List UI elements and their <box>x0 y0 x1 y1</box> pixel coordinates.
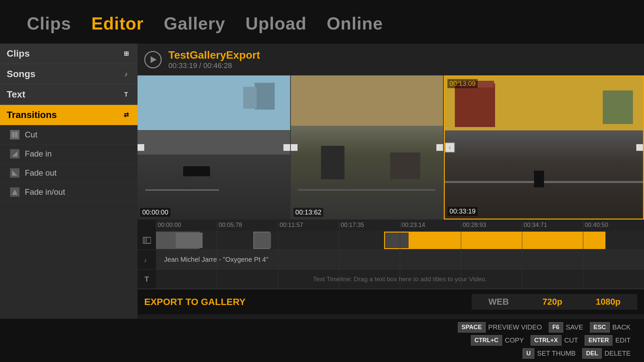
key-u[interactable]: U <box>523 348 534 359</box>
music-track-row: ♪ Jean Michel Jarre - "Oxygene Pt 4" <box>138 250 644 269</box>
label-back: BACK <box>612 323 631 331</box>
ruler-mark-4: 00:23:14 <box>400 222 461 229</box>
transition-cut[interactable]: Cut <box>0 125 138 144</box>
clip-handle-left-2[interactable] <box>291 144 298 151</box>
quality-720p-button[interactable]: 720p <box>526 294 579 310</box>
export-to-gallery-button[interactable]: EXPORT TO GALLERY <box>144 297 246 307</box>
key-f6[interactable]: F6 <box>549 322 563 333</box>
video-info: TestGalleryExport 00:33:19 / 00:46:28 <box>168 49 260 70</box>
clip-time-2: 00:13:62 <box>293 208 324 217</box>
fade-out-icon <box>10 168 19 178</box>
transition-fade-out[interactable]: Fade out <box>0 164 138 183</box>
ruler-mark-2: 00:11:57 <box>278 222 339 229</box>
ruler-mark-1: 00:05:78 <box>217 222 278 229</box>
ruler-mark-5: 00:28:93 <box>461 222 522 229</box>
shortcut-ctrl-x: CTRL+X CUT <box>531 335 578 346</box>
label-cut: CUT <box>564 337 578 344</box>
label-set-thumb: SET THUMB <box>537 350 576 357</box>
main-layout: Clips ⊞ Songs ♪ Text T Transitions ⇄ <box>0 44 644 352</box>
preview-clip-1[interactable]: 00:00:00 <box>138 75 291 220</box>
music-label: Jean Michel Jarre - "Oxygene Pt 4" <box>161 256 268 263</box>
text-icon: T <box>121 90 131 99</box>
track-clip-1[interactable] <box>156 232 200 249</box>
shortcut-space: SPACE PREVIEW VIDEO <box>458 322 542 333</box>
label-edit: EDIT <box>615 337 631 344</box>
transitions-icon: ⇄ <box>121 110 131 120</box>
key-esc[interactable]: ESC <box>590 322 610 333</box>
sidebar-item-text[interactable]: Text T <box>0 84 138 105</box>
nav-gallery[interactable]: Gallery <box>164 13 225 34</box>
clip-handle-right-3[interactable] <box>636 144 643 151</box>
shortcut-u: U SET THUMB <box>523 348 576 359</box>
top-nav: Clips Editor Gallery Upload Online <box>0 0 644 44</box>
key-del[interactable]: DEL <box>582 348 602 359</box>
track-clip-3[interactable] <box>384 232 605 249</box>
music-icon: ♪ <box>121 69 131 79</box>
svg-rect-1 <box>15 132 17 137</box>
key-enter[interactable]: ENTER <box>585 335 612 346</box>
shortcut-enter: ENTER EDIT <box>585 335 631 346</box>
ruler-mark-7: 00:40:50 <box>583 222 644 229</box>
track-clip-2[interactable] <box>253 232 270 249</box>
shortcuts-row-1: SPACE PREVIEW VIDEO F6 SAVE ESC BACK <box>458 322 631 333</box>
key-space[interactable]: SPACE <box>458 322 486 333</box>
preview-clip-2[interactable]: 00:13:62 <box>291 75 444 220</box>
clip-handle-right-2[interactable] <box>436 144 443 151</box>
music-track-content[interactable]: Jean Michel Jarre - "Oxygene Pt 4" <box>156 250 644 269</box>
svg-marker-2 <box>12 151 17 157</box>
label-copy: COPY <box>505 337 524 344</box>
video-track-row <box>138 231 644 250</box>
label-delete: DELETE <box>604 350 631 357</box>
quality-1080p-button[interactable]: 1080p <box>579 294 637 310</box>
ruler-mark-0: 00:00:00 <box>156 222 217 229</box>
grid-icon: ⊞ <box>121 49 131 58</box>
transitions-subitems: Cut Fade in Fade out <box>0 125 138 202</box>
nav-online[interactable]: Online <box>327 13 383 34</box>
shortcut-esc: ESC BACK <box>590 322 631 333</box>
shortcuts-row-2: CTRL+C COPY CTRL+X CUT ENTER EDIT <box>471 335 631 346</box>
svg-marker-3 <box>12 170 17 176</box>
fade-in-out-icon <box>10 187 19 197</box>
nav-upload[interactable]: Upload <box>246 13 307 34</box>
sidebar-item-songs[interactable]: Songs ♪ <box>0 64 138 84</box>
text-timeline-hint: Text Timeline: Drag a text box here to a… <box>313 276 487 283</box>
text-track-content[interactable]: Text Timeline: Drag a text box here to a… <box>156 269 644 289</box>
fade-in-icon <box>10 149 19 159</box>
quality-web-button[interactable]: WEB <box>472 294 526 310</box>
clip-handle-right-1[interactable] <box>283 144 290 151</box>
video-track-icon <box>138 236 156 244</box>
shortcut-f6: F6 SAVE <box>549 322 583 333</box>
svg-text:♪: ♪ <box>144 257 147 263</box>
clip-time-1: 00:00:00 <box>140 208 170 217</box>
svg-marker-4 <box>12 189 17 195</box>
sidebar: Clips ⊞ Songs ♪ Text T Transitions ⇄ <box>0 44 138 352</box>
key-ctrl-c[interactable]: CTRL+C <box>471 335 502 346</box>
transition-fade-in[interactable]: Fade in <box>0 144 138 164</box>
video-title: TestGalleryExport <box>168 49 260 61</box>
text-track-row: T Text Timeline: Drag a text box here to… <box>138 269 644 289</box>
preview-clip-3[interactable]: 00:13:09 ↕ 00:33:19 <box>444 75 644 220</box>
key-ctrl-x[interactable]: CTRL+X <box>531 335 562 346</box>
shortcuts-row-3: U SET THUMB DEL DELETE <box>523 348 631 359</box>
clip-cursor-handle[interactable]: ↕ <box>445 142 455 153</box>
clip-handle-left-1[interactable] <box>138 144 144 151</box>
sidebar-item-transitions[interactable]: Transitions ⇄ <box>0 105 138 125</box>
timeline-ruler: 00:00:00 00:05:78 00:11:57 00:17:35 00:2… <box>156 220 644 231</box>
shortcut-ctrl-c: CTRL+C COPY <box>471 335 524 346</box>
svg-rect-7 <box>146 238 147 243</box>
svg-rect-6 <box>144 238 145 243</box>
ruler-mark-6: 00:34:71 <box>522 222 583 229</box>
video-track-content[interactable] <box>156 231 644 250</box>
cut-icon <box>10 130 19 139</box>
nav-clips[interactable]: Clips <box>27 13 71 34</box>
video-timestamp: 00:33:19 / 00:46:28 <box>168 61 260 70</box>
preview-area: 00:00:00 00:13:62 <box>138 75 644 220</box>
transition-fade-in-out[interactable]: Fade in/out <box>0 183 138 202</box>
play-button[interactable] <box>144 51 162 68</box>
sidebar-item-clips[interactable]: Clips ⊞ <box>0 44 138 64</box>
nav-editor[interactable]: Editor <box>91 13 144 34</box>
shortcuts-bar: SPACE PREVIEW VIDEO F6 SAVE ESC BACK CTR… <box>0 318 644 362</box>
label-save: SAVE <box>566 323 583 331</box>
shortcut-del: DEL DELETE <box>582 348 631 359</box>
timeline-area: 00:00:00 00:05:78 00:11:57 00:17:35 00:2… <box>138 220 644 289</box>
